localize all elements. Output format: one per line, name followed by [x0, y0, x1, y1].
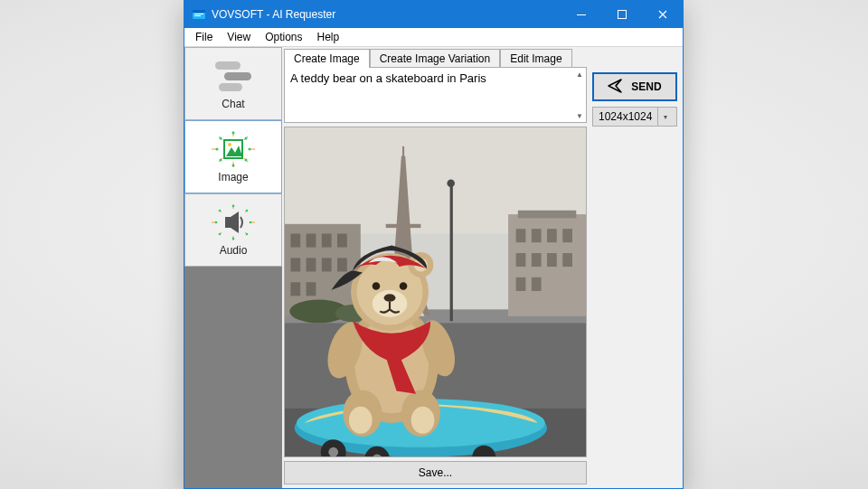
- svg-point-18: [249, 147, 251, 150]
- app-icon: [192, 7, 206, 22]
- save-button[interactable]: Save...: [284, 461, 587, 484]
- svg-point-39: [232, 237, 235, 240]
- svg-point-17: [216, 147, 219, 150]
- svg-marker-45: [231, 212, 239, 233]
- titlebar[interactable]: VOVSOFT - AI Requester: [184, 1, 683, 28]
- size-select-value: 1024x1024: [599, 110, 652, 123]
- svg-point-105: [400, 282, 408, 290]
- menu-help[interactable]: Help: [310, 29, 347, 45]
- svg-rect-57: [307, 258, 316, 271]
- menu-view[interactable]: View: [220, 29, 258, 45]
- svg-rect-72: [516, 277, 526, 291]
- svg-rect-65: [532, 229, 542, 242]
- svg-rect-55: [337, 234, 347, 248]
- svg-rect-66: [547, 229, 557, 242]
- scroll-up-icon[interactable]: ▲: [573, 68, 586, 80]
- svg-point-103: [384, 294, 396, 302]
- svg-rect-1: [193, 10, 205, 13]
- svg-point-82: [447, 179, 455, 187]
- svg-point-104: [373, 282, 381, 290]
- chat-icon: [212, 58, 255, 94]
- svg-rect-4: [577, 14, 586, 15]
- svg-rect-67: [562, 229, 572, 242]
- svg-point-95: [411, 407, 435, 434]
- svg-rect-73: [532, 277, 542, 291]
- svg-rect-61: [307, 282, 316, 296]
- svg-rect-53: [307, 234, 316, 248]
- tabs: Create Image Create Image Variation Edit…: [282, 47, 589, 67]
- svg-rect-60: [290, 282, 300, 296]
- tab-edit-image[interactable]: Edit Image: [500, 49, 571, 68]
- size-select[interactable]: 1024x1024 ▾: [592, 107, 677, 127]
- sidebar-item-image[interactable]: Image: [184, 120, 282, 193]
- svg-rect-59: [337, 258, 347, 271]
- svg-rect-52: [290, 234, 300, 248]
- svg-point-24: [245, 158, 248, 161]
- svg-rect-44: [225, 217, 231, 228]
- scroll-down-icon[interactable]: ▼: [573, 109, 586, 122]
- svg-point-21: [220, 136, 222, 139]
- right-panel: SEND 1024x1024 ▾: [589, 47, 683, 488]
- sidebar-item-audio[interactable]: Audio: [184, 193, 282, 267]
- tab-create-image[interactable]: Create Image: [284, 49, 370, 68]
- prompt-input[interactable]: A teddy bear on a skateboard in Paris: [287, 70, 573, 120]
- svg-point-22: [245, 136, 248, 139]
- svg-point-43: [246, 232, 249, 235]
- svg-rect-70: [547, 253, 557, 267]
- main-area: Create Image Create Image Variation Edit…: [282, 47, 683, 488]
- generated-image: [284, 127, 587, 457]
- svg-point-40: [219, 209, 222, 212]
- svg-point-23: [220, 158, 222, 161]
- svg-rect-6: [215, 61, 241, 70]
- maximize-button[interactable]: [601, 1, 642, 28]
- svg-point-37: [250, 221, 252, 223]
- svg-point-94: [349, 407, 373, 434]
- menu-file[interactable]: File: [188, 29, 220, 45]
- svg-rect-3: [194, 15, 201, 16]
- tab-create-image-variation[interactable]: Create Image Variation: [370, 49, 501, 68]
- prompt-panel: A teddy bear on a skateboard in Paris ▲ …: [284, 67, 587, 123]
- svg-point-20: [232, 164, 235, 166]
- sidebar: Chat: [184, 47, 282, 488]
- svg-point-27: [228, 143, 231, 146]
- window-title: VOVSOFT - AI Requester: [212, 8, 335, 21]
- prompt-scrollbar[interactable]: ▲ ▼: [573, 68, 586, 122]
- svg-rect-56: [290, 258, 300, 271]
- svg-rect-68: [516, 253, 526, 267]
- app-window: VOVSOFT - AI Requester File View Options…: [184, 0, 684, 489]
- sidebar-item-label: Chat: [222, 98, 244, 110]
- svg-point-19: [232, 131, 235, 134]
- send-icon: [608, 79, 622, 96]
- menubar: File View Options Help: [184, 28, 683, 47]
- sidebar-item-chat[interactable]: Chat: [184, 47, 282, 120]
- sidebar-item-label: Image: [218, 171, 248, 183]
- send-button-label: SEND: [631, 80, 661, 93]
- audio-icon: [212, 204, 255, 240]
- svg-rect-5: [618, 11, 626, 19]
- svg-rect-80: [402, 146, 404, 158]
- svg-point-38: [232, 204, 235, 207]
- svg-rect-7: [224, 72, 251, 80]
- minimize-button[interactable]: [561, 1, 601, 28]
- svg-rect-2: [194, 14, 203, 14]
- chevron-down-icon: ▾: [657, 108, 673, 126]
- svg-rect-8: [219, 83, 242, 91]
- menu-options[interactable]: Options: [258, 29, 309, 45]
- svg-rect-69: [532, 253, 542, 267]
- svg-point-42: [219, 232, 222, 235]
- sidebar-item-label: Audio: [220, 244, 248, 257]
- svg-rect-58: [322, 258, 332, 271]
- svg-rect-64: [516, 229, 526, 242]
- svg-rect-78: [386, 224, 421, 228]
- svg-rect-71: [562, 253, 572, 267]
- close-button[interactable]: [642, 1, 683, 28]
- svg-point-36: [215, 221, 218, 223]
- image-icon: [212, 131, 255, 167]
- svg-rect-81: [450, 185, 453, 321]
- svg-rect-54: [322, 234, 332, 248]
- send-button[interactable]: SEND: [592, 72, 677, 101]
- svg-point-41: [246, 209, 249, 212]
- svg-rect-63: [518, 211, 576, 219]
